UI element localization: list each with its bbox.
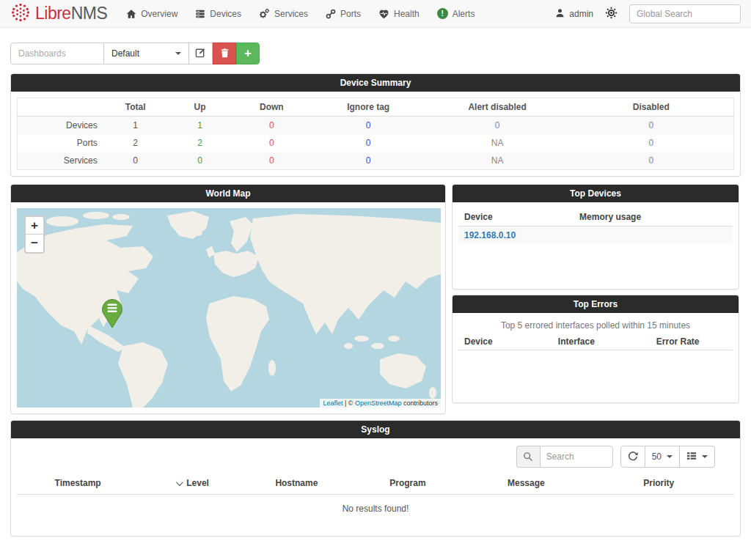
map-attribution: Leaflet | © OpenStreetMap contributors [320, 399, 441, 408]
plus-icon: + [244, 46, 252, 61]
syslog-col-level[interactable]: Level [139, 474, 246, 495]
home-icon [126, 9, 136, 19]
device-summary-title: Device Summary [11, 74, 740, 92]
leaflet-link[interactable]: Leaflet [323, 399, 342, 407]
top-devices-panel: Top Devices Device Memory usage 192.168.… [452, 184, 739, 290]
top-errors-table: Device Interface Error Rate [458, 334, 733, 350]
chevron-down-icon [702, 455, 708, 458]
syslog-empty-message: No results found! [17, 495, 734, 517]
top-devices-title: Top Devices [453, 185, 739, 202]
chevron-down-icon [175, 52, 181, 55]
nav-devices[interactable]: Devices [195, 9, 241, 19]
top-errors-title: Top Errors [453, 295, 739, 313]
syslog-search-input[interactable] [540, 446, 613, 468]
device-summary-panel: Device Summary Total Up Down Ignore tag … [10, 73, 741, 177]
top-navbar: LibreNMS Overview Devices Services Ports… [0, 0, 751, 28]
nav-services[interactable]: Services [259, 8, 308, 19]
world-map-panel: World Map [10, 184, 446, 414]
world-map-tiles [17, 208, 441, 408]
refresh-icon [628, 451, 638, 463]
world-map-title: World Map [11, 185, 445, 202]
main-nav: Overview Devices Services Ports Health !… [126, 8, 475, 19]
device-summary-header-row: Total Up Down Ignore tag Alert disabled … [18, 98, 734, 117]
map-zoom-in-button[interactable]: + [26, 217, 43, 235]
syslog-col-priority[interactable]: Priority [584, 474, 734, 495]
add-dashboard-button[interactable]: + [236, 43, 260, 65]
list-columns-icon [686, 451, 697, 463]
top-devices-table: Device Memory usage 192.168.0.10 [458, 208, 733, 244]
pencil-square-icon [195, 47, 206, 60]
openstreetmap-link[interactable]: OpenStreetMap [355, 399, 402, 407]
search-icon [516, 446, 540, 468]
librenms-logo[interactable]: LibreNMS [10, 2, 107, 25]
syslog-panel: Syslog 50 [10, 420, 741, 537]
syslog-search-group [516, 446, 613, 468]
table-row: 192.168.0.10 [458, 226, 733, 245]
syslog-toolbar: 50 [17, 446, 715, 468]
nav-alerts[interactable]: ! Alerts [437, 8, 475, 19]
dashboards-input[interactable] [10, 43, 104, 65]
server-stack-icon [195, 9, 205, 19]
delete-dashboard-button[interactable] [213, 43, 236, 65]
nav-ports[interactable]: Ports [326, 9, 361, 19]
chevron-down-icon [667, 455, 673, 458]
settings-gear-icon[interactable] [605, 7, 618, 21]
nav-overview[interactable]: Overview [126, 9, 177, 19]
user-icon [555, 8, 565, 20]
leaflet-world-map[interactable]: + − Leaflet | © OpenStreetMap contributo… [17, 208, 441, 408]
map-zoom-control: + − [24, 215, 45, 254]
dashboard-controls: Default + [10, 43, 741, 65]
page-size-dropdown[interactable]: 50 [645, 446, 680, 468]
syslog-table-controls: 50 [620, 446, 715, 468]
navbar-right: admin [555, 4, 741, 23]
syslog-table: Timestamp Level Hostname Program Message… [17, 474, 734, 495]
link-icon [326, 9, 336, 19]
table-row-ports: Ports 2 2 0 0 NA 0 [18, 134, 734, 152]
user-menu[interactable]: admin [555, 8, 593, 20]
nav-health[interactable]: Health [378, 9, 420, 19]
device-summary-table: Total Up Down Ignore tag Alert disabled … [17, 97, 734, 170]
table-row-devices: Devices 1 1 0 0 0 0 [18, 117, 734, 135]
syslog-header-row: Timestamp Level Hostname Program Message… [17, 474, 734, 495]
gears-icon [259, 8, 270, 19]
global-search-input[interactable] [629, 4, 741, 23]
top-errors-panel: Top Errors Top 5 errored interfaces poll… [452, 295, 739, 403]
top-errors-note: Top 5 errored interfaces polled within 1… [458, 319, 733, 334]
refresh-button[interactable] [620, 446, 645, 468]
syslog-col-program[interactable]: Program [347, 474, 469, 495]
alert-circle-icon: ! [437, 8, 448, 19]
sort-desc-icon [176, 479, 183, 486]
syslog-col-hostname[interactable]: Hostname [246, 474, 347, 495]
device-link[interactable]: 192.168.0.10 [464, 230, 516, 240]
syslog-col-timestamp[interactable]: Timestamp [17, 474, 139, 495]
brand-text: LibreNMS [35, 4, 107, 23]
syslog-col-message[interactable]: Message [469, 474, 583, 495]
table-row-services: Services 0 0 0 0 NA 0 [18, 152, 734, 170]
heartbeat-icon [378, 9, 389, 19]
trash-icon [220, 48, 230, 60]
dashboard-select[interactable]: Default [104, 43, 189, 65]
librenms-rosette-icon [10, 2, 31, 25]
page-content: Default + Device Summary Total Up Down [0, 28, 751, 537]
syslog-title: Syslog [11, 421, 740, 438]
columns-dropdown[interactable] [680, 446, 715, 468]
edit-dashboard-button[interactable] [189, 43, 213, 65]
map-zoom-out-button[interactable]: − [26, 235, 43, 252]
